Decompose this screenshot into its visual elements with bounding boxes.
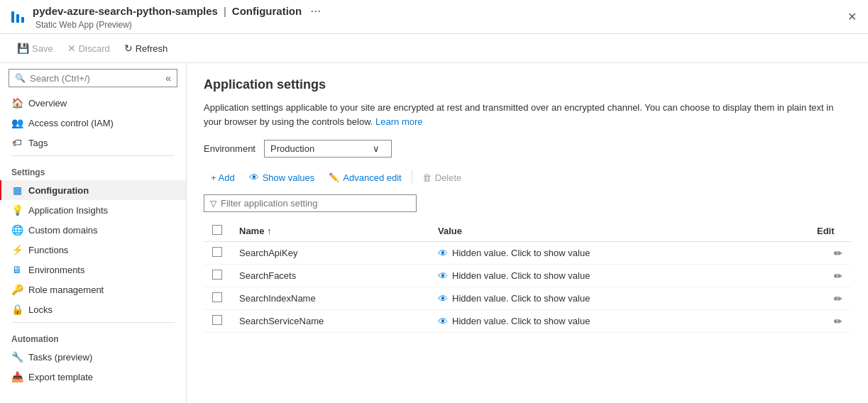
eye-icon[interactable]: 👁 [438, 248, 448, 259]
hidden-value-text: Hidden value. Click to show value [452, 293, 590, 304]
sidebar-item-label: Overview [28, 98, 67, 109]
app-subtitle: Static Web App (Preview) [35, 20, 321, 30]
functions-icon: ⚡ [11, 244, 23, 255]
col-header-edit: Edit [808, 221, 851, 242]
edit-pencil-icon[interactable]: ✏ [834, 293, 842, 304]
locks-icon: 🔒 [11, 304, 23, 315]
settings-section-label: Settings [0, 159, 186, 180]
chevron-down-icon: ∨ [373, 143, 380, 154]
eye-icon[interactable]: 👁 [438, 316, 448, 327]
hidden-value-container: 👁 Hidden value. Click to show value [438, 316, 800, 327]
sidebar-item-role-management[interactable]: 🔑 Role management [0, 280, 186, 299]
row-value: 👁 Hidden value. Click to show value [429, 265, 808, 287]
table-header-row: Name ↑ Value Edit [204, 221, 851, 242]
discard-button[interactable]: ✕ Discard [62, 40, 116, 57]
role-management-icon: 🔑 [11, 284, 23, 295]
content-page-title: Application settings [204, 77, 851, 92]
settings-table: Name ↑ Value Edit SearchApiKey 👁 Hidden … [204, 221, 851, 333]
configuration-icon: ▦ [11, 184, 23, 196]
eye-icon[interactable]: 👁 [438, 270, 448, 282]
sort-icon[interactable]: ↑ [267, 226, 272, 236]
header-titles: pydev-azure-search-python-samples | Conf… [33, 4, 321, 30]
save-icon: 💾 [17, 43, 29, 54]
refresh-button[interactable]: ↻ Refresh [119, 40, 174, 57]
edit-pencil-icon[interactable]: ✏ [834, 270, 842, 282]
app-name: pydev-azure-search-python-samples [33, 5, 218, 17]
refresh-icon: ↻ [124, 43, 133, 54]
sidebar-item-tasks[interactable]: 🔧 Tasks (preview) [0, 347, 186, 367]
environment-label: Environment [204, 143, 256, 154]
sidebar-item-label: Environments [28, 265, 84, 275]
sidebar-item-locks[interactable]: 🔒 Locks [0, 299, 186, 319]
page-title-header: Configuration [232, 5, 302, 17]
app-icon [11, 11, 24, 23]
sidebar-item-export-template[interactable]: 📥 Export template [0, 367, 186, 387]
app-header: pydev-azure-search-python-samples | Conf… [0, 0, 868, 34]
sidebar-item-environments[interactable]: 🖥 Environments [0, 260, 186, 280]
row-checkbox[interactable] [212, 270, 222, 280]
sidebar-item-label: Configuration [28, 185, 89, 196]
toolbar: 💾 Save ✕ Discard ↻ Refresh [0, 34, 868, 63]
search-icon: 🔍 [15, 73, 26, 83]
learn-more-link[interactable]: Learn more [375, 116, 422, 127]
filter-input[interactable] [221, 198, 410, 209]
col-name-label: Name [239, 226, 264, 236]
tags-icon: 🏷 [11, 137, 23, 148]
edit-pencil-icon[interactable]: ✏ [834, 248, 842, 259]
select-all-checkbox[interactable] [212, 225, 222, 235]
row-checkbox[interactable] [212, 247, 222, 257]
search-input[interactable] [30, 73, 163, 84]
edit-pencil-icon[interactable]: ✏ [834, 316, 842, 327]
sidebar-item-label: Locks [28, 304, 53, 315]
col-header-name: Name ↑ [231, 221, 429, 242]
add-button[interactable]: + Add [204, 170, 242, 186]
save-label: Save [32, 43, 53, 54]
sidebar-divider [11, 155, 175, 156]
row-checkbox[interactable] [212, 292, 222, 302]
eye-show-icon: 👁 [249, 172, 259, 183]
row-edit-cell: ✏ [808, 265, 851, 287]
delete-icon: 🗑 [422, 172, 432, 183]
row-checkbox-cell [204, 242, 231, 265]
sidebar: 🔍 « 🏠 Overview 👥 Access control (IAM) 🏷 … [0, 63, 187, 403]
collapse-icon[interactable]: « [165, 72, 171, 84]
automation-section-label: Automation [0, 326, 186, 347]
sidebar-item-configuration[interactable]: ▦ Configuration [0, 180, 186, 200]
sidebar-item-label: Functions [28, 245, 68, 255]
search-box[interactable]: 🔍 « [9, 69, 177, 87]
content-area: Application settings Application setting… [187, 63, 868, 403]
table-row: SearchServiceName 👁 Hidden value. Click … [204, 310, 851, 333]
sidebar-item-application-insights[interactable]: 💡 Application Insights [0, 200, 186, 220]
advanced-edit-button[interactable]: ✏️ Advanced edit [322, 170, 408, 186]
sidebar-item-label: Custom domains [28, 225, 98, 236]
sidebar-item-tags[interactable]: 🏷 Tags [0, 133, 186, 153]
sidebar-item-access-control[interactable]: 👥 Access control (IAM) [0, 113, 186, 133]
header-separator: | [224, 5, 226, 17]
row-value: 👁 Hidden value. Click to show value [429, 287, 808, 310]
filter-box[interactable]: ▽ [204, 194, 417, 212]
refresh-label: Refresh [136, 43, 168, 54]
row-edit-cell: ✏ [808, 310, 851, 333]
more-options-icon[interactable]: ··· [310, 4, 321, 18]
save-button[interactable]: 💾 Save [11, 40, 59, 57]
select-all-cell [204, 221, 231, 242]
sidebar-item-label: Tasks (preview) [28, 352, 92, 363]
hidden-value-container: 👁 Hidden value. Click to show value [438, 293, 800, 304]
sidebar-item-custom-domains[interactable]: 🌐 Custom domains [0, 220, 186, 240]
environment-value: Production [270, 143, 314, 154]
environment-dropdown[interactable]: Production ∨ [264, 140, 392, 158]
eye-icon[interactable]: 👁 [438, 293, 448, 304]
action-separator [412, 170, 412, 184]
show-values-button[interactable]: 👁 Show values [242, 169, 322, 186]
sidebar-item-label: Export template [28, 372, 93, 382]
row-name: SearchFacets [231, 265, 429, 287]
delete-button[interactable]: 🗑 Delete [415, 170, 469, 186]
filter-icon: ▽ [210, 199, 216, 209]
show-values-label: Show values [263, 172, 315, 183]
table-row: SearchFacets 👁 Hidden value. Click to sh… [204, 265, 851, 287]
sidebar-item-overview[interactable]: 🏠 Overview [0, 93, 186, 113]
row-checkbox[interactable] [212, 315, 222, 325]
close-button[interactable]: ✕ [847, 10, 857, 23]
sidebar-item-functions[interactable]: ⚡ Functions [0, 240, 186, 260]
discard-icon: ✕ [67, 43, 76, 54]
